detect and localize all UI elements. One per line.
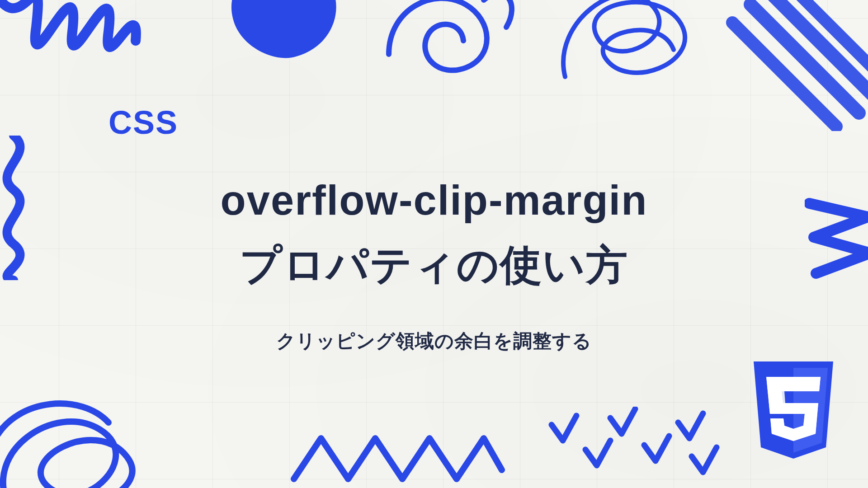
page-subtitle: クリッピング領域の余白を調整する (276, 328, 592, 354)
category-label: CSS (108, 104, 178, 141)
title-line-2: プロパティの使い方 (240, 242, 628, 288)
title-line-1: overflow-clip-margin (221, 177, 648, 223)
content-area: CSS overflow-clip-margin プロパティの使い方 クリッピン… (0, 0, 868, 488)
page-title: overflow-clip-margin プロパティの使い方 (221, 168, 648, 297)
